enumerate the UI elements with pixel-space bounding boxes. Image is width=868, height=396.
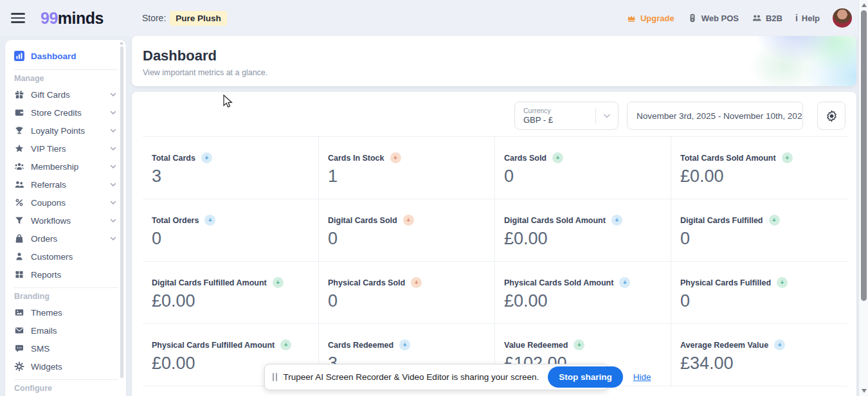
sidebar-item-referrals[interactable]: Referrals — [14, 176, 120, 194]
sidebar-item-dashboard[interactable]: Dashboard — [14, 46, 120, 66]
metric-card-cards-in-stock: Cards In Stock 1 — [319, 137, 495, 199]
screen-share-banner: Trupeer AI Screen Recorder & Video Edito… — [264, 364, 608, 390]
sidebar-item-coupons[interactable]: Coupons — [14, 194, 120, 212]
metric-add-badge[interactable] — [611, 215, 622, 226]
referral-users-icon — [14, 179, 24, 190]
date-range-input[interactable]: November 3rd, 2025 - November 10th, 2025 — [627, 102, 803, 130]
metric-add-badge[interactable] — [390, 152, 401, 163]
sidebar-item-label: Customers — [31, 252, 73, 262]
sidebar-divider — [14, 69, 118, 70]
logo[interactable]: 99minds — [41, 9, 104, 28]
funnel-icon — [14, 215, 24, 226]
metric-add-badge[interactable] — [552, 152, 563, 163]
browser-scrollbar[interactable] — [858, 0, 868, 396]
menu-icon[interactable] — [11, 10, 25, 26]
metric-add-badge[interactable] — [769, 215, 780, 226]
chevron-down-icon — [109, 127, 117, 134]
metric-label: Physical Cards Fulfilled — [680, 278, 771, 287]
sidebar-scroll-up-icon[interactable] — [120, 42, 123, 44]
metric-card-digital-cards-fulfilled: Digital Cards Fulfilled 0 — [671, 199, 847, 262]
top-bar: 99minds Store: Pure Plush Upgrade Web PO… — [0, 0, 858, 36]
upgrade-button[interactable]: Upgrade — [626, 13, 674, 23]
metric-add-badge[interactable] — [777, 277, 788, 288]
help-label: Help — [802, 14, 820, 23]
metric-card-total-cards-sold-amount: Total Cards Sold Amount £0.00 — [671, 137, 847, 199]
sidebar-item-sms[interactable]: SMS — [14, 339, 120, 357]
drag-handle-icon[interactable] — [273, 373, 277, 381]
web-pos-label: Web POS — [701, 14, 739, 23]
share-banner-text: Trupeer AI Screen Recorder & Video Edito… — [284, 372, 539, 382]
chevron-down-icon — [109, 163, 117, 170]
metric-add-badge[interactable] — [574, 339, 584, 350]
logo-prefix: 99 — [41, 9, 58, 28]
b2b-button[interactable]: B2B — [752, 13, 782, 23]
chevron-down-icon[interactable] — [596, 111, 618, 120]
dashboard-icon — [14, 51, 24, 61]
settings-button[interactable] — [817, 102, 845, 130]
metric-add-badge[interactable] — [619, 277, 630, 288]
chevron-down-icon — [109, 199, 117, 206]
metric-add-badge[interactable] — [204, 215, 215, 226]
pos-terminal-icon — [687, 13, 698, 23]
chevron-down-icon — [109, 109, 117, 116]
metric-label: Digital Cards Fulfilled Amount — [152, 278, 267, 287]
sidebar-item-label: VIP Tiers — [31, 144, 66, 154]
users-icon — [752, 13, 762, 23]
metric-add-badge[interactable] — [201, 152, 212, 163]
metric-add-badge[interactable] — [399, 339, 410, 350]
metric-value: 0 — [328, 229, 485, 249]
user-avatar[interactable] — [833, 8, 852, 28]
metrics-card: Currency GBP - £ November 3rd, 2025 - No… — [132, 92, 856, 396]
metric-add-badge[interactable] — [273, 277, 284, 288]
metric-add-badge[interactable] — [774, 339, 785, 350]
image-icon — [14, 307, 24, 318]
metric-label: Total Cards — [152, 154, 195, 163]
sidebar-item-label: Referrals — [31, 180, 66, 190]
sidebar-item-workflows[interactable]: Workflows — [14, 212, 120, 230]
sidebar-item-customers[interactable]: Customers — [14, 248, 120, 266]
shopping-bag-icon — [14, 233, 24, 244]
b2b-label: B2B — [766, 14, 782, 23]
scroll-up-icon[interactable] — [862, 3, 867, 7]
metric-value: 0 — [504, 166, 662, 186]
store-selector: Store: Pure Plush — [142, 11, 227, 26]
store-name-chip[interactable]: Pure Plush — [170, 11, 227, 26]
web-pos-button[interactable]: Web POS — [687, 13, 739, 23]
chevron-down-icon — [109, 235, 117, 242]
sidebar-item-reports[interactable]: Reports — [14, 266, 120, 284]
metric-value: 0 — [680, 291, 838, 311]
metric-add-badge[interactable] — [782, 152, 793, 163]
stop-sharing-button[interactable]: Stop sharing — [548, 366, 623, 388]
sidebar-scrollbar[interactable] — [120, 46, 123, 378]
chevron-down-icon — [109, 181, 117, 188]
metric-add-badge[interactable] — [403, 215, 414, 226]
sidebar-divider — [14, 287, 118, 288]
metric-add-badge[interactable] — [280, 339, 291, 350]
scroll-down-icon[interactable] — [862, 389, 867, 393]
sidebar-item-loyalty-points[interactable]: Loyalty Points — [14, 122, 120, 140]
metric-card-physical-cards-fulfilled: Physical Cards Fulfilled 0 — [671, 262, 847, 324]
metric-value: 1 — [328, 166, 485, 186]
help-button[interactable]: i Help — [795, 13, 820, 23]
sidebar-item-label: Widgets — [31, 362, 62, 372]
sidebar-item-gift-cards[interactable]: Gift Cards — [14, 86, 120, 104]
currency-select[interactable]: Currency GBP - £ — [514, 102, 619, 130]
sidebar-item-store-credits[interactable]: Store Credits — [14, 104, 120, 122]
metric-label: Physical Cards Fulfilled Amount — [152, 341, 275, 350]
sidebar-item-label: Loyalty Points — [31, 126, 85, 136]
chevron-down-icon — [109, 145, 117, 152]
scrollbar-thumb[interactable] — [861, 10, 867, 301]
sidebar-item-themes[interactable]: Themes — [14, 303, 120, 321]
sidebar-item-membership[interactable]: Membership — [14, 158, 120, 176]
sidebar-item-vip-tiers[interactable]: VIP Tiers — [14, 140, 120, 158]
metric-add-badge[interactable] — [411, 277, 422, 288]
hide-link[interactable]: Hide — [633, 372, 651, 382]
metric-value: £34.00 — [680, 354, 838, 374]
person-icon — [14, 251, 24, 262]
metric-value: £0.00 — [504, 291, 662, 311]
metric-card-average-redeem-value: Average Redeem Value £34.00 — [671, 324, 847, 386]
crown-icon — [626, 13, 637, 23]
sidebar-item-emails[interactable]: Emails — [14, 321, 120, 339]
sidebar-item-widgets[interactable]: Widgets — [14, 357, 120, 375]
sidebar-item-orders[interactable]: Orders — [14, 230, 120, 248]
